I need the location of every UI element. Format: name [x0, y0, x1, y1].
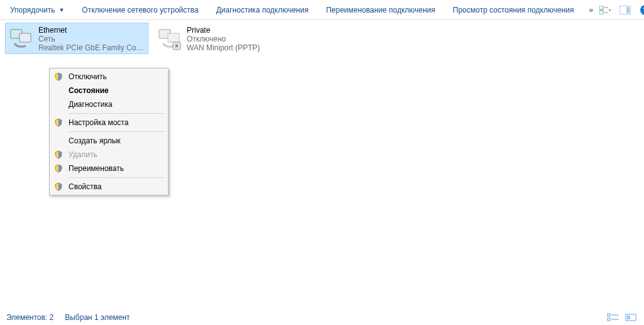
svg-rect-14 [608, 318, 610, 321]
svg-rect-18 [627, 316, 630, 319]
disable-device-button[interactable]: Отключение сетевого устройства [74, 2, 206, 18]
cm-properties[interactable]: Свойства [51, 180, 167, 194]
svg-rect-5 [626, 7, 630, 13]
adapter-item-ethernet[interactable]: Ethernet Сеть Realtek PCIe GbE Family Co… [5, 23, 148, 54]
content-area: Ethernet Сеть Realtek PCIe GbE Family Co… [0, 20, 644, 309]
shield-icon [53, 72, 64, 82]
network-adapter-icon [8, 26, 33, 51]
view-options-button[interactable] [598, 3, 612, 17]
shield-icon [53, 182, 64, 192]
organize-button[interactable]: Упорядочить ▼ [3, 2, 72, 18]
adapter-name: Ethernet [38, 26, 145, 35]
cm-label: Состояние [69, 86, 109, 95]
cm-delete: Удалить [51, 148, 167, 162]
svg-rect-1 [599, 11, 603, 14]
adapter-name: Private [187, 26, 260, 35]
separator [69, 113, 165, 114]
shield-icon [53, 150, 64, 160]
toolbar: Упорядочить ▼ Отключение сетевого устрой… [0, 0, 644, 20]
cm-diagnose[interactable]: Диагностика [51, 97, 167, 111]
separator [69, 131, 165, 132]
toolbar-overflow-button[interactable]: » [584, 2, 599, 18]
blank-icon [53, 136, 64, 146]
shield-icon [53, 163, 64, 174]
cm-label: Свойства [69, 182, 102, 191]
svg-rect-11 [168, 33, 179, 42]
view-status-button[interactable]: Просмотр состояния подключения [445, 2, 581, 18]
adapter-device: Realtek PCIe GbE Family Controller [38, 43, 145, 52]
separator [69, 177, 165, 178]
rename-connection-button[interactable]: Переименование подключения [318, 2, 443, 18]
network-adapter-disabled-icon [157, 26, 182, 51]
svg-rect-0 [599, 6, 603, 9]
adapter-text: Ethernet Сеть Realtek PCIe GbE Family Co… [38, 26, 145, 52]
adapter-text: Private Отключено WAN Miniport (PPTP) [187, 26, 260, 52]
blank-icon [53, 99, 64, 109]
adapter-device: WAN Miniport (PPTP) [187, 43, 260, 52]
cm-bridge[interactable]: Настройка моста [51, 116, 167, 129]
details-view-button[interactable] [606, 312, 620, 322]
cm-disconnect[interactable]: Отключить [51, 70, 167, 84]
cm-label: Отключить [69, 72, 107, 81]
organize-label: Упорядочить [10, 6, 55, 14]
toolbar-left: Упорядочить ▼ Отключение сетевого устрой… [3, 2, 598, 18]
cm-label: Переименовать [69, 164, 124, 173]
help-button[interactable]: ? [638, 3, 644, 17]
cm-label: Диагностика [69, 100, 113, 109]
adapter-status: Сеть [38, 35, 145, 43]
cm-status[interactable]: Состояние [51, 84, 167, 97]
svg-rect-13 [608, 314, 610, 316]
blank-icon [53, 85, 64, 96]
context-menu: Отключить Состояние Диагностика Настройк… [49, 68, 169, 196]
selection-count: Выбран 1 элемент [65, 313, 130, 322]
shield-icon [53, 118, 64, 128]
toolbar-right: ? [598, 3, 644, 17]
svg-rect-9 [19, 33, 31, 42]
diagnose-connection-button[interactable]: Диагностика подключения [209, 2, 316, 18]
item-count: Элементов: 2 [6, 313, 53, 322]
adapter-status: Отключено [187, 35, 260, 43]
chevron-down-icon: ▼ [58, 7, 64, 13]
cm-label: Удалить [69, 150, 97, 159]
preview-pane-button[interactable] [618, 3, 632, 17]
cm-shortcut[interactable]: Создать ярлык [51, 134, 167, 148]
cm-rename[interactable]: Переименовать [51, 162, 167, 175]
status-bar: Элементов: 2 Выбран 1 элемент [0, 310, 644, 325]
cm-label: Создать ярлык [69, 136, 121, 145]
adapter-item-private[interactable]: Private Отключено WAN Miniport (PPTP) [153, 23, 297, 54]
large-icons-view-button[interactable] [624, 312, 638, 322]
cm-label: Настройка моста [69, 118, 128, 127]
